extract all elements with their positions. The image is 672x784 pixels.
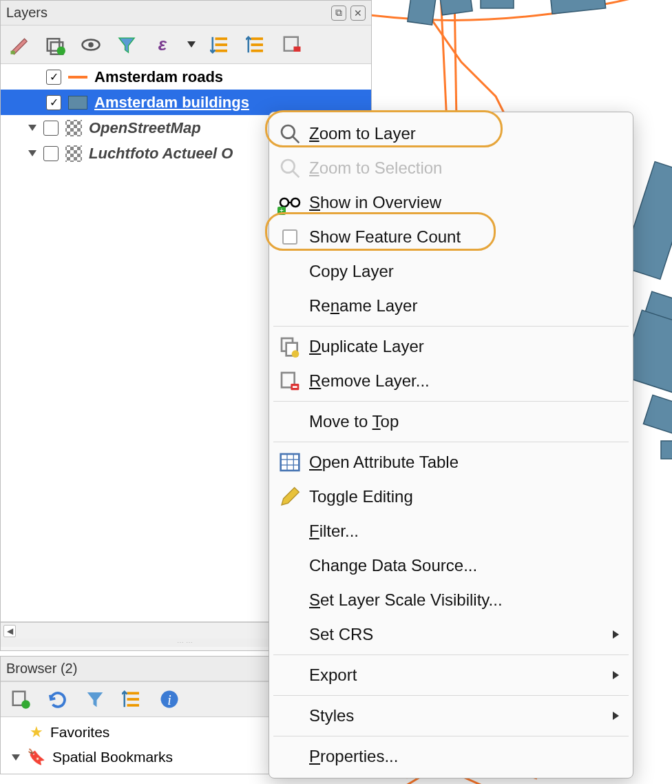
menu-properties[interactable]: Properties... <box>269 739 633 774</box>
filter-icon[interactable] <box>114 32 140 58</box>
remove-icon <box>279 370 301 392</box>
layers-toolbar: ε <box>1 25 371 64</box>
svg-point-30 <box>282 125 295 138</box>
scroll-left-icon[interactable]: ◀ <box>3 625 16 637</box>
menu-zoom-to-selection: Zoom to Selection <box>269 151 633 185</box>
svg-rect-7 <box>643 395 672 434</box>
browser-item-label: Spatial Bookmarks <box>52 749 173 765</box>
star-icon: ★ <box>30 723 43 741</box>
layers-panel-title: Layers <box>6 5 48 21</box>
menu-filter[interactable]: Filter... <box>269 514 633 548</box>
expression-icon[interactable]: ε <box>149 32 176 58</box>
properties-widget-icon[interactable]: i <box>156 686 182 712</box>
expand-toggle-icon[interactable] <box>28 125 36 131</box>
svg-point-32 <box>282 160 295 173</box>
layer-checkbox[interactable] <box>43 146 59 161</box>
layer-checkbox[interactable]: ✓ <box>46 70 61 85</box>
svg-rect-22 <box>294 46 301 52</box>
menu-export[interactable]: Export <box>269 658 633 692</box>
svg-text:i: i <box>167 692 171 708</box>
menu-show-in-overview[interactable]: + Show in Overview <box>269 185 633 220</box>
layer-label: Amsterdam buildings <box>94 94 249 112</box>
expand-all-icon[interactable] <box>207 32 233 58</box>
line-symbol-icon <box>68 76 87 90</box>
menu-separator <box>273 654 629 655</box>
menu-set-scale-visibility[interactable]: Set Layer Scale Visibility... <box>269 583 633 617</box>
svg-point-39 <box>292 350 300 358</box>
layer-checkbox[interactable] <box>43 121 59 136</box>
menu-separator <box>273 695 629 696</box>
raster-symbol-icon <box>65 145 82 162</box>
svg-rect-1 <box>439 0 472 15</box>
svg-point-35 <box>291 198 300 207</box>
menu-separator <box>273 442 629 442</box>
collapse-all-icon[interactable] <box>243 32 269 58</box>
menu-remove-layer[interactable]: Remove Layer... <box>269 364 633 398</box>
svg-rect-8 <box>661 441 672 459</box>
checkbox-icon[interactable] <box>282 229 297 245</box>
menu-move-to-top[interactable]: Move to Top <box>269 404 633 439</box>
menu-separator <box>273 326 629 327</box>
svg-point-14 <box>88 42 94 48</box>
menu-zoom-to-layer[interactable]: Zoom to Layer <box>269 116 633 151</box>
menu-change-data-source[interactable]: Change Data Source... <box>269 548 633 583</box>
menu-toggle-editing[interactable]: Toggle Editing <box>269 479 633 514</box>
layer-label: Luchtfoto Actueel O <box>89 145 233 163</box>
close-panel-icon[interactable]: ✕ <box>350 6 366 21</box>
menu-duplicate-layer[interactable]: Duplicate Layer <box>269 329 633 364</box>
svg-rect-3 <box>549 0 605 14</box>
layer-context-menu: Zoom to Layer Zoom to Selection + Show i… <box>269 112 633 778</box>
raster-symbol-icon <box>65 120 82 136</box>
layers-panel-header: Layers ⧉ ✕ <box>1 1 371 25</box>
layer-label: Amsterdam roads <box>94 68 223 86</box>
menu-copy-layer[interactable]: Copy Layer <box>269 254 633 289</box>
svg-rect-2 <box>481 0 514 8</box>
browser-panel-title: Browser (2) <box>6 661 77 677</box>
remove-layer-icon[interactable] <box>279 32 305 58</box>
dropdown-icon[interactable] <box>185 32 198 58</box>
filter-browser-icon[interactable] <box>82 686 108 712</box>
visibility-icon[interactable] <box>78 32 104 58</box>
svg-line-33 <box>293 171 299 177</box>
svg-line-31 <box>293 136 299 143</box>
layer-checkbox[interactable]: ✓ <box>46 95 61 110</box>
submenu-arrow-icon <box>613 712 619 720</box>
zoom-icon <box>279 123 301 145</box>
browser-item-label: Favorites <box>50 724 109 741</box>
polygon-symbol-icon <box>68 96 87 110</box>
menu-open-attribute-table[interactable]: Open Attribute Table <box>269 445 633 479</box>
layer-row-roads[interactable]: ✓ Amsterdam roads <box>1 64 371 90</box>
svg-point-12 <box>57 46 66 55</box>
glasses-icon: + <box>279 192 301 214</box>
menu-set-crs[interactable]: Set CRS <box>269 617 633 652</box>
expand-toggle-icon[interactable] <box>12 754 20 761</box>
menu-separator <box>273 401 629 402</box>
table-icon <box>279 451 301 473</box>
svg-point-24 <box>21 700 30 709</box>
collapse-all-browser-icon[interactable] <box>119 686 145 712</box>
menu-styles[interactable]: Styles <box>269 699 633 733</box>
pencil-icon <box>279 486 301 508</box>
layer-label: OpenStreetMap <box>89 119 201 137</box>
menu-show-feature-count[interactable]: Show Feature Count <box>269 220 633 254</box>
expand-toggle-icon[interactable] <box>28 150 36 156</box>
undock-icon[interactable]: ⧉ <box>331 6 346 21</box>
add-selected-layer-icon[interactable] <box>8 686 34 712</box>
duplicate-icon <box>279 336 301 358</box>
style-manager-icon[interactable] <box>6 32 32 58</box>
submenu-arrow-icon <box>613 630 619 639</box>
svg-rect-43 <box>281 454 300 471</box>
submenu-arrow-icon <box>613 671 619 679</box>
svg-point-34 <box>280 198 288 207</box>
svg-rect-9 <box>11 50 15 54</box>
svg-rect-0 <box>408 0 437 25</box>
menu-rename-layer[interactable]: Rename Layer <box>269 289 633 323</box>
add-group-icon[interactable] <box>42 32 68 58</box>
bookmark-icon: 🔖 <box>27 748 45 766</box>
menu-separator <box>273 736 629 736</box>
refresh-icon[interactable] <box>45 686 71 712</box>
zoom-icon <box>279 157 301 179</box>
